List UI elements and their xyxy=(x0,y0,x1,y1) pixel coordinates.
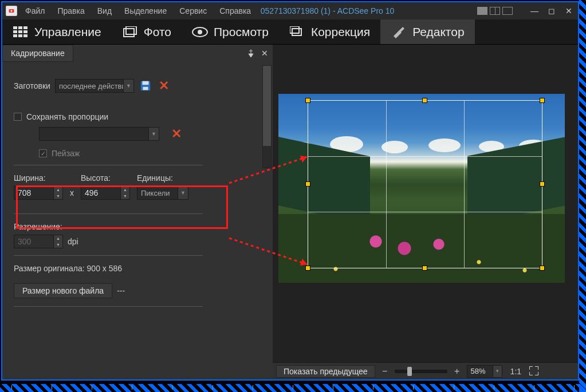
mode-view[interactable]: Просмотр xyxy=(182,19,279,44)
crop-handle-tm[interactable] xyxy=(422,98,427,103)
svg-rect-4 xyxy=(23,26,27,29)
panel-close-icon[interactable]: ✕ xyxy=(259,47,270,59)
height-input[interactable]: 496 ▲▼ xyxy=(81,186,130,200)
units-label: Единицы: xyxy=(137,173,188,183)
pin-icon[interactable] xyxy=(245,47,257,59)
landscape-label: Пейзаж xyxy=(52,149,80,158)
maximize-button[interactable]: ◻ xyxy=(546,6,557,16)
svg-rect-19 xyxy=(142,81,148,85)
crop-handle-br[interactable] xyxy=(540,266,545,271)
zoom-combo[interactable]: 58% ▼ xyxy=(467,365,502,378)
chevron-down-icon: ▼ xyxy=(148,128,159,140)
mode-photo[interactable]: Фото xyxy=(112,19,182,44)
spin-down-icon[interactable]: ▼ xyxy=(54,241,62,248)
chevron-down-icon: ▼ xyxy=(493,366,502,377)
dpi-label: dpi xyxy=(68,237,78,246)
delete-preset-button[interactable]: ✕ xyxy=(157,79,171,93)
zoom-value: 58% xyxy=(471,367,486,375)
crop-handle-ml[interactable] xyxy=(305,181,310,187)
units-combo[interactable]: Пиксели ▼ xyxy=(137,186,188,200)
mode-view-label: Просмотр xyxy=(214,25,269,39)
presets-combo[interactable]: последнее действи ▼ xyxy=(55,79,134,93)
svg-rect-16 xyxy=(290,26,299,33)
svg-rect-2 xyxy=(13,26,17,29)
workarea: Кадрирование ✕ Заготовки последнее дейст… xyxy=(2,45,578,379)
spin-up-icon[interactable]: ▲ xyxy=(54,235,62,241)
crop-handle-bl[interactable] xyxy=(305,266,310,271)
crop-handle-tr[interactable] xyxy=(540,98,545,103)
chevron-down-icon: ▼ xyxy=(178,187,188,199)
svg-point-14 xyxy=(198,30,202,34)
mode-editor[interactable]: Редактор xyxy=(380,19,474,44)
svg-rect-12 xyxy=(126,26,136,34)
close-button[interactable]: ✕ xyxy=(563,6,575,16)
height-value: 496 xyxy=(85,188,98,197)
mode-develop[interactable]: Коррекция xyxy=(279,19,380,44)
save-preset-button[interactable] xyxy=(139,79,152,93)
svg-rect-5 xyxy=(13,30,17,33)
adjust-icon xyxy=(289,26,305,38)
new-file-size-button[interactable]: Размер нового файла xyxy=(14,283,112,298)
x-separator: x xyxy=(70,186,74,200)
width-value: 708 xyxy=(18,188,31,197)
keep-proportions-checkbox[interactable] xyxy=(14,113,22,121)
menu-selection[interactable]: Выделение xyxy=(124,6,167,15)
spin-up-icon[interactable]: ▲ xyxy=(54,187,62,193)
crop-handle-bm[interactable] xyxy=(422,266,427,271)
original-size-text: Размер оригинала: 900 x 586 xyxy=(14,264,266,273)
landscape-checkbox[interactable] xyxy=(39,149,47,157)
spin-down-icon[interactable]: ▼ xyxy=(54,193,62,199)
svg-rect-11 xyxy=(124,29,134,37)
app-window: Файл Правка Вид Выделение Сервис Справка… xyxy=(1,1,579,381)
new-file-size-value: --- xyxy=(117,286,125,295)
chevron-down-icon: ▼ xyxy=(123,80,133,92)
viewer-bottom-bar: Показать предыдущее − + 58% ▼ 1:1 xyxy=(273,362,578,379)
spin-down-icon[interactable]: ▼ xyxy=(121,193,129,199)
presets-label: Заготовки xyxy=(14,81,50,90)
menu-view[interactable]: Вид xyxy=(97,6,112,15)
zoom-slider-knob[interactable] xyxy=(407,367,412,376)
clear-ratio-button[interactable]: ✕ xyxy=(170,127,183,141)
panel-tabbar: Кадрирование ✕ xyxy=(2,45,273,62)
spin-up-icon[interactable]: ▲ xyxy=(121,187,129,193)
titlebar: Файл Правка Вид Выделение Сервис Справка… xyxy=(2,2,578,19)
fullscreen-icon[interactable] xyxy=(529,366,540,377)
crop-panel: Кадрирование ✕ Заготовки последнее дейст… xyxy=(2,45,273,379)
show-previous-button[interactable]: Показать предыдущее xyxy=(276,365,375,378)
one-to-one-button[interactable]: 1:1 xyxy=(510,367,521,376)
resolution-input[interactable]: 300 ▲▼ xyxy=(14,235,63,248)
crop-rectangle[interactable] xyxy=(308,101,542,268)
resolution-label: Разрешение: xyxy=(14,222,266,231)
canvas-area[interactable] xyxy=(273,45,578,362)
mode-develop-label: Коррекция xyxy=(311,25,370,39)
mode-tabs: Управление Фото Просмотр Коррекция Редак… xyxy=(2,19,578,45)
svg-rect-20 xyxy=(143,87,148,90)
resolution-value: 300 xyxy=(18,237,31,246)
zoom-in-button[interactable]: + xyxy=(452,366,462,377)
width-input[interactable]: 708 ▲▼ xyxy=(14,186,63,200)
menu-file[interactable]: Файл xyxy=(25,6,45,15)
zoom-out-button[interactable]: − xyxy=(380,366,390,377)
minimize-button[interactable]: — xyxy=(529,6,540,16)
mode-manage-label: Управление xyxy=(34,25,101,39)
mode-manage[interactable]: Управление xyxy=(2,19,112,44)
layout-switcher[interactable] xyxy=(477,7,513,15)
svg-rect-3 xyxy=(18,26,22,29)
width-label: Ширина: xyxy=(14,173,63,183)
scrollbar-thumb[interactable] xyxy=(263,66,271,146)
photo-icon xyxy=(122,26,138,38)
menu-edit[interactable]: Правка xyxy=(57,6,84,15)
units-value: Пиксели xyxy=(141,189,170,197)
image-viewer: Показать предыдущее − + 58% ▼ 1:1 xyxy=(273,45,578,379)
mode-editor-label: Редактор xyxy=(412,25,464,39)
crop-handle-tl[interactable] xyxy=(305,98,310,103)
mode-photo-label: Фото xyxy=(144,25,171,39)
crop-panel-body: Заготовки последнее действи ▼ ✕ Сохранят… xyxy=(2,62,273,379)
svg-rect-7 xyxy=(23,30,27,33)
zoom-slider[interactable] xyxy=(395,370,447,373)
crop-tab[interactable]: Кадрирование xyxy=(2,45,73,62)
presets-value: последнее действи xyxy=(59,82,126,90)
aspect-ratio-combo[interactable]: ▼ xyxy=(39,127,159,141)
app-logo xyxy=(6,6,17,16)
crop-handle-mr[interactable] xyxy=(540,181,545,187)
